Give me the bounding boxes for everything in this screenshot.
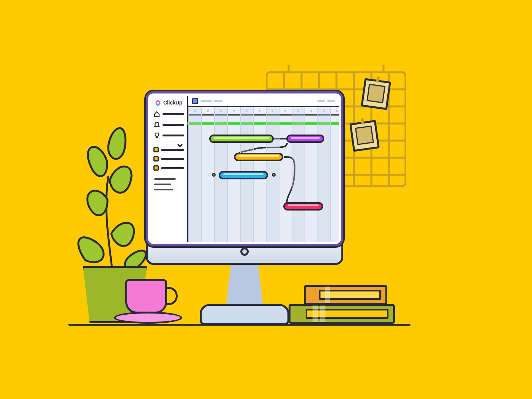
monitor: ClickUp	[146, 91, 343, 246]
sidebar-item-notifications[interactable]	[153, 121, 184, 128]
sidebar-item-goals[interactable]	[153, 132, 184, 139]
trophy-icon	[153, 132, 160, 139]
gantt-column	[188, 107, 201, 242]
sidebar-space-item[interactable]	[153, 147, 184, 152]
pinned-photo	[361, 78, 391, 110]
sidebar: ClickUp	[150, 96, 188, 242]
bell-icon	[153, 121, 160, 128]
gantt-bar[interactable]	[219, 171, 268, 179]
toolbar	[188, 96, 339, 107]
monitor-power-button	[240, 247, 249, 256]
gantt-bar[interactable]	[283, 202, 323, 211]
gantt-column	[317, 107, 330, 242]
gantt-column	[305, 107, 317, 242]
pinned-photo	[349, 120, 380, 152]
gantt-column	[330, 107, 339, 242]
sidebar-collapse[interactable]	[153, 143, 184, 144]
illustration-stage: ClickUp	[0, 0, 532, 399]
desk-surface	[68, 324, 410, 326]
square-icon	[153, 165, 159, 171]
gantt-bar[interactable]	[234, 153, 283, 161]
monitor-stand-base	[200, 304, 289, 325]
gantt-column	[292, 107, 305, 242]
coffee-mug	[125, 279, 167, 314]
chevron-down-icon	[177, 142, 183, 147]
view-icon[interactable]	[192, 98, 198, 104]
gantt-milestone[interactable]	[212, 173, 216, 177]
gantt-view	[188, 96, 339, 242]
gantt-bar[interactable]	[286, 135, 324, 143]
sidebar-item-home[interactable]	[153, 111, 184, 117]
sidebar-space-item[interactable]	[153, 165, 184, 171]
book	[289, 304, 395, 324]
app-logo: ClickUp	[153, 98, 184, 109]
book	[304, 285, 387, 305]
sidebar-space-item[interactable]	[153, 156, 184, 162]
app-screen: ClickUp	[150, 96, 339, 242]
gantt-column	[279, 107, 292, 242]
app-name: ClickUp	[163, 100, 182, 106]
gantt-milestone[interactable]	[272, 173, 276, 177]
clickup-logo-icon	[154, 99, 162, 106]
square-icon	[153, 147, 159, 152]
gantt-bar[interactable]	[209, 135, 274, 143]
home-icon	[153, 111, 160, 117]
gantt-canvas[interactable]	[188, 107, 339, 242]
square-icon	[153, 156, 159, 162]
monitor-stand-neck	[220, 264, 269, 306]
